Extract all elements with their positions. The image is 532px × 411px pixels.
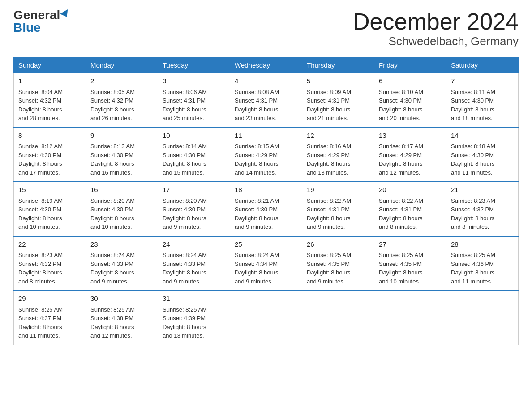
day-info: Sunrise: 8:24 AMSunset: 4:33 PMDaylight:… <box>163 251 225 286</box>
day-number: 26 <box>307 240 369 250</box>
calendar-cell: 9Sunrise: 8:13 AMSunset: 4:30 PMDaylight… <box>86 128 158 182</box>
day-info: Sunrise: 8:20 AMSunset: 4:30 PMDaylight:… <box>90 197 153 231</box>
calendar-cell: 18Sunrise: 8:21 AMSunset: 4:30 PMDayligh… <box>230 182 302 236</box>
col-friday: Friday <box>374 58 446 73</box>
calendar-cell: 31Sunrise: 8:25 AMSunset: 4:39 PMDayligh… <box>158 291 230 345</box>
calendar-cell: 1Sunrise: 8:04 AMSunset: 4:32 PMDaylight… <box>14 73 86 128</box>
day-number: 22 <box>18 240 81 250</box>
day-number: 28 <box>451 240 514 250</box>
day-info: Sunrise: 8:10 AMSunset: 4:30 PMDaylight:… <box>379 88 442 123</box>
day-number: 25 <box>235 240 297 250</box>
day-info: Sunrise: 8:25 AMSunset: 4:37 PMDaylight:… <box>18 305 81 340</box>
day-info: Sunrise: 8:22 AMSunset: 4:31 PMDaylight:… <box>379 197 442 231</box>
day-info: Sunrise: 8:16 AMSunset: 4:29 PMDaylight:… <box>307 142 369 177</box>
title-block: December 2024 Schwedelbach, Germany <box>353 9 519 48</box>
calendar-cell <box>230 291 302 345</box>
calendar-row: 22Sunrise: 8:23 AMSunset: 4:32 PMDayligh… <box>14 236 519 291</box>
day-info: Sunrise: 8:23 AMSunset: 4:32 PMDaylight:… <box>451 197 514 231</box>
day-info: Sunrise: 8:17 AMSunset: 4:29 PMDaylight:… <box>379 142 442 177</box>
calendar-cell: 15Sunrise: 8:19 AMSunset: 4:30 PMDayligh… <box>14 182 86 236</box>
day-number: 5 <box>307 76 369 86</box>
logo-general-text: General <box>13 9 60 21</box>
day-number: 20 <box>379 185 442 195</box>
calendar-row: 29Sunrise: 8:25 AMSunset: 4:37 PMDayligh… <box>14 291 519 345</box>
day-info: Sunrise: 8:24 AMSunset: 4:33 PMDaylight:… <box>90 251 153 286</box>
calendar-cell: 25Sunrise: 8:24 AMSunset: 4:34 PMDayligh… <box>230 236 302 291</box>
col-thursday: Thursday <box>302 58 374 73</box>
day-info: Sunrise: 8:25 AMSunset: 4:36 PMDaylight:… <box>451 251 514 286</box>
day-number: 4 <box>235 76 297 86</box>
day-number: 17 <box>163 185 225 195</box>
calendar-row: 8Sunrise: 8:12 AMSunset: 4:30 PMDaylight… <box>14 128 519 182</box>
calendar-cell: 22Sunrise: 8:23 AMSunset: 4:32 PMDayligh… <box>14 236 86 291</box>
day-number: 6 <box>379 76 442 86</box>
day-info: Sunrise: 8:24 AMSunset: 4:34 PMDaylight:… <box>235 251 297 286</box>
day-info: Sunrise: 8:25 AMSunset: 4:39 PMDaylight:… <box>163 305 225 340</box>
page-header: General Blue December 2024 Schwedelbach,… <box>13 9 519 48</box>
day-info: Sunrise: 8:21 AMSunset: 4:30 PMDaylight:… <box>235 197 297 231</box>
day-info: Sunrise: 8:12 AMSunset: 4:30 PMDaylight:… <box>18 142 81 177</box>
day-info: Sunrise: 8:20 AMSunset: 4:30 PMDaylight:… <box>163 197 225 231</box>
day-number: 10 <box>163 131 225 141</box>
day-number: 15 <box>18 185 81 195</box>
calendar-cell: 12Sunrise: 8:16 AMSunset: 4:29 PMDayligh… <box>302 128 374 182</box>
day-info: Sunrise: 8:22 AMSunset: 4:31 PMDaylight:… <box>307 197 369 231</box>
logo-triangle-icon <box>60 9 71 19</box>
calendar-cell: 29Sunrise: 8:25 AMSunset: 4:37 PMDayligh… <box>14 291 86 345</box>
calendar-cell: 3Sunrise: 8:06 AMSunset: 4:31 PMDaylight… <box>158 73 230 128</box>
day-number: 2 <box>90 76 153 86</box>
day-info: Sunrise: 8:09 AMSunset: 4:31 PMDaylight:… <box>307 88 369 123</box>
col-saturday: Saturday <box>446 58 519 73</box>
calendar-cell: 14Sunrise: 8:18 AMSunset: 4:30 PMDayligh… <box>446 128 519 182</box>
day-number: 1 <box>18 76 81 86</box>
calendar-cell: 21Sunrise: 8:23 AMSunset: 4:32 PMDayligh… <box>446 182 519 236</box>
day-number: 19 <box>307 185 369 195</box>
calendar-cell: 28Sunrise: 8:25 AMSunset: 4:36 PMDayligh… <box>446 236 519 291</box>
calendar-cell <box>374 291 446 345</box>
col-monday: Monday <box>86 58 158 73</box>
calendar-cell: 16Sunrise: 8:20 AMSunset: 4:30 PMDayligh… <box>86 182 158 236</box>
calendar-cell: 27Sunrise: 8:25 AMSunset: 4:35 PMDayligh… <box>374 236 446 291</box>
day-info: Sunrise: 8:18 AMSunset: 4:30 PMDaylight:… <box>451 142 514 177</box>
day-info: Sunrise: 8:14 AMSunset: 4:30 PMDaylight:… <box>163 142 225 177</box>
day-number: 31 <box>163 294 225 304</box>
day-number: 11 <box>235 131 297 141</box>
calendar-cell: 20Sunrise: 8:22 AMSunset: 4:31 PMDayligh… <box>374 182 446 236</box>
day-info: Sunrise: 8:25 AMSunset: 4:38 PMDaylight:… <box>90 305 153 340</box>
day-number: 3 <box>163 76 225 86</box>
day-info: Sunrise: 8:11 AMSunset: 4:30 PMDaylight:… <box>451 88 514 123</box>
day-info: Sunrise: 8:15 AMSunset: 4:29 PMDaylight:… <box>235 142 297 177</box>
day-number: 30 <box>90 294 153 304</box>
day-info: Sunrise: 8:23 AMSunset: 4:32 PMDaylight:… <box>18 251 81 286</box>
col-sunday: Sunday <box>14 58 86 73</box>
calendar-table: Sunday Monday Tuesday Wednesday Thursday… <box>13 57 519 345</box>
day-number: 8 <box>18 131 81 141</box>
day-number: 12 <box>307 131 369 141</box>
location-title: Schwedelbach, Germany <box>353 34 519 48</box>
day-number: 29 <box>18 294 81 304</box>
logo-blue-text: Blue <box>13 21 41 34</box>
calendar-cell: 8Sunrise: 8:12 AMSunset: 4:30 PMDaylight… <box>14 128 86 182</box>
month-title: December 2024 <box>353 9 519 34</box>
calendar-row: 1Sunrise: 8:04 AMSunset: 4:32 PMDaylight… <box>14 73 519 128</box>
day-number: 14 <box>451 131 514 141</box>
calendar-cell: 13Sunrise: 8:17 AMSunset: 4:29 PMDayligh… <box>374 128 446 182</box>
calendar-cell: 26Sunrise: 8:25 AMSunset: 4:35 PMDayligh… <box>302 236 374 291</box>
day-info: Sunrise: 8:08 AMSunset: 4:31 PMDaylight:… <box>235 88 297 123</box>
day-number: 23 <box>90 240 153 250</box>
calendar-header-row: Sunday Monday Tuesday Wednesday Thursday… <box>14 58 519 73</box>
calendar-cell <box>302 291 374 345</box>
calendar-cell: 17Sunrise: 8:20 AMSunset: 4:30 PMDayligh… <box>158 182 230 236</box>
calendar-cell: 5Sunrise: 8:09 AMSunset: 4:31 PMDaylight… <box>302 73 374 128</box>
calendar-cell: 6Sunrise: 8:10 AMSunset: 4:30 PMDaylight… <box>374 73 446 128</box>
calendar-cell: 30Sunrise: 8:25 AMSunset: 4:38 PMDayligh… <box>86 291 158 345</box>
day-info: Sunrise: 8:19 AMSunset: 4:30 PMDaylight:… <box>18 197 81 231</box>
calendar-cell: 4Sunrise: 8:08 AMSunset: 4:31 PMDaylight… <box>230 73 302 128</box>
col-tuesday: Tuesday <box>158 58 230 73</box>
day-number: 21 <box>451 185 514 195</box>
day-info: Sunrise: 8:06 AMSunset: 4:31 PMDaylight:… <box>163 88 225 123</box>
calendar-cell: 10Sunrise: 8:14 AMSunset: 4:30 PMDayligh… <box>158 128 230 182</box>
logo: General Blue <box>13 9 70 34</box>
day-number: 18 <box>235 185 297 195</box>
calendar-cell: 2Sunrise: 8:05 AMSunset: 4:32 PMDaylight… <box>86 73 158 128</box>
